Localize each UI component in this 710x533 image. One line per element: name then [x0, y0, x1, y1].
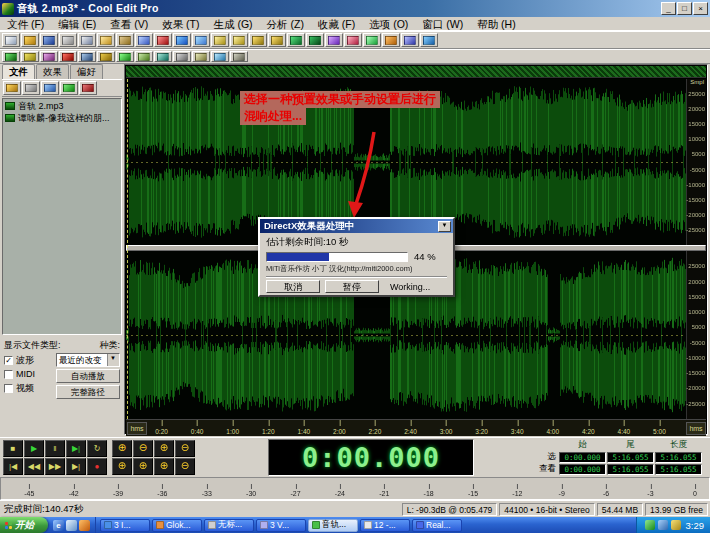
organizer-insert-multitrack-button[interactable]	[41, 81, 59, 95]
zoom-out-button[interactable]	[230, 33, 248, 47]
titlebar[interactable]: 音轨 2.mp3* - Cool Edit Pro _ □ ×	[0, 0, 710, 17]
unchecked-checkbox[interactable]	[4, 370, 13, 379]
stop-button[interactable]: ■	[3, 440, 23, 457]
organizer-close-file-button[interactable]	[22, 81, 40, 95]
copy-button[interactable]	[97, 33, 115, 47]
go-to-start-button[interactable]: |◀	[3, 458, 23, 475]
taskbar-task-3[interactable]: 无标...	[204, 519, 254, 532]
antivirus-icon[interactable]	[645, 520, 655, 530]
view-end-value[interactable]: 5:16.055	[607, 464, 654, 475]
zoom-selection-button[interactable]	[249, 33, 267, 47]
spectral-view-button[interactable]	[287, 33, 305, 47]
go-to-end-button[interactable]: ▶|	[66, 458, 86, 475]
dialog-collapse-icon[interactable]	[438, 221, 451, 232]
show-desktop-icon[interactable]	[66, 520, 77, 531]
play-to-end-button[interactable]: ▶|	[66, 440, 86, 457]
envelope-button[interactable]	[116, 51, 134, 62]
cancel-button[interactable]: 取消	[266, 280, 320, 293]
organizer-stop-button[interactable]	[79, 81, 97, 95]
chevron-down-icon[interactable]	[107, 354, 119, 366]
checked-checkbox[interactable]: ✓	[4, 356, 13, 365]
minimize-icon[interactable]: _	[661, 2, 676, 15]
help-button[interactable]	[420, 33, 438, 47]
overview-scroll-bar[interactable]	[126, 66, 706, 78]
zoom-in-horizontal-button[interactable]: ⊕	[112, 440, 132, 457]
menu-favorites[interactable]: 收藏 (F)	[311, 17, 362, 31]
level-meter[interactable]: -45-42-39-36-33-30-27-24-21-18-15-12-9-6…	[0, 477, 710, 500]
menu-window[interactable]: 窗口 (W)	[415, 17, 470, 31]
auto-play-button[interactable]: 自动播放	[56, 369, 120, 383]
menu-generate[interactable]: 生成 (G)	[207, 17, 260, 31]
internet-explorer-icon[interactable]: e	[53, 520, 64, 531]
taskbar-task-4[interactable]: 3 V...	[256, 519, 306, 532]
effects-rack-button[interactable]	[382, 33, 400, 47]
organizer-open-file-button[interactable]	[3, 81, 21, 95]
normalize-button[interactable]	[135, 51, 153, 62]
undo-button[interactable]	[173, 33, 191, 47]
edit-view-button[interactable]	[2, 51, 20, 62]
pause-button[interactable]: ‖	[45, 440, 65, 457]
view-length-value[interactable]: 5:16.055	[655, 464, 702, 475]
reverb-button[interactable]	[154, 51, 172, 62]
volume-icon[interactable]	[658, 520, 668, 530]
loop-button[interactable]	[97, 51, 115, 62]
start-button[interactable]: 开始	[0, 517, 48, 533]
maximize-icon[interactable]: □	[677, 2, 692, 15]
play-looped-button[interactable]: ↻	[87, 440, 107, 457]
zoom-out-vertical-button[interactable]: ⊖	[175, 458, 195, 475]
unchecked-checkbox[interactable]	[4, 384, 13, 393]
timeline-ruler[interactable]: 0:200:401:001:201:402:002:202:403:003:20…	[126, 419, 706, 436]
open-file-button[interactable]	[21, 33, 39, 47]
file-list[interactable]: 音轨 2.mp3谭咏麟-像我这样的朋...	[2, 98, 122, 335]
taskbar-task-5[interactable]: 音轨...	[308, 519, 358, 532]
record-meter-button[interactable]	[59, 51, 77, 62]
mixer-button[interactable]	[78, 51, 96, 62]
cut-button[interactable]	[78, 33, 96, 47]
zoom-full-view-button[interactable]: ⊖	[175, 440, 195, 457]
script-button[interactable]	[192, 51, 210, 62]
tab-favorites[interactable]: 偏好	[70, 64, 103, 79]
time-display[interactable]: 0:00.000	[268, 439, 474, 476]
redo-button[interactable]	[192, 33, 210, 47]
selection-end-value[interactable]: 5:16.055	[607, 452, 654, 463]
taskbar-task-6[interactable]: 12 -...	[360, 519, 410, 532]
tab-files[interactable]: 文件	[2, 64, 35, 79]
save-file-button[interactable]	[40, 33, 58, 47]
mix-paste-button[interactable]	[135, 33, 153, 47]
playback-cursor[interactable]	[127, 79, 128, 419]
options-button[interactable]	[230, 51, 248, 62]
tab-effects[interactable]: 效果	[36, 64, 69, 79]
menu-help[interactable]: 帮助 (H)	[470, 17, 523, 31]
sort-dropdown[interactable]: 最近的改变	[56, 353, 120, 367]
rewind-button[interactable]: ◀◀	[24, 458, 44, 475]
organizer-play-button[interactable]	[60, 81, 78, 95]
taskbar-task-7[interactable]: Real...	[412, 519, 462, 532]
view-begin-value[interactable]: 0:00.000	[559, 464, 606, 475]
full-paths-button[interactable]: 完整路径	[56, 385, 120, 399]
convert-sample-type-button[interactable]	[325, 33, 343, 47]
monitor-button[interactable]	[211, 51, 229, 62]
dialog-titlebar[interactable]: DirectX效果器处理中	[260, 219, 453, 233]
zoom-to-selection-button[interactable]: ⊕	[154, 440, 174, 457]
close-file-button[interactable]	[59, 33, 77, 47]
zoom-selection-left-button[interactable]: ⊕	[112, 458, 132, 475]
file-list-item[interactable]: 音轨 2.mp3	[4, 100, 120, 112]
delete-selection-button[interactable]	[154, 33, 172, 47]
zoom-full-button[interactable]	[268, 33, 286, 47]
zoom-out-horizontal-button[interactable]: ⊖	[133, 440, 153, 457]
menu-effects[interactable]: 效果 (T)	[155, 17, 206, 31]
paste-button[interactable]	[116, 33, 134, 47]
zoom-selection-right-button[interactable]: ⊕	[133, 458, 153, 475]
menu-analyze[interactable]: 分析 (Z)	[260, 17, 311, 31]
file-list-item[interactable]: 谭咏麟-像我这样的朋...	[4, 112, 120, 124]
menu-view[interactable]: 查看 (V)	[103, 17, 155, 31]
zoom-in-vertical-button[interactable]: ⊕	[154, 458, 174, 475]
record-button[interactable]: ●	[87, 458, 107, 475]
menu-options[interactable]: 选项 (O)	[362, 17, 415, 31]
taskbar-clock[interactable]: 3:29	[686, 520, 705, 531]
play-list-button[interactable]	[363, 33, 381, 47]
messenger-icon[interactable]	[671, 520, 681, 530]
selection-begin-value[interactable]: 0:00.000	[559, 452, 606, 463]
media-player-icon[interactable]	[79, 520, 90, 531]
cd-player-button[interactable]	[401, 33, 419, 47]
